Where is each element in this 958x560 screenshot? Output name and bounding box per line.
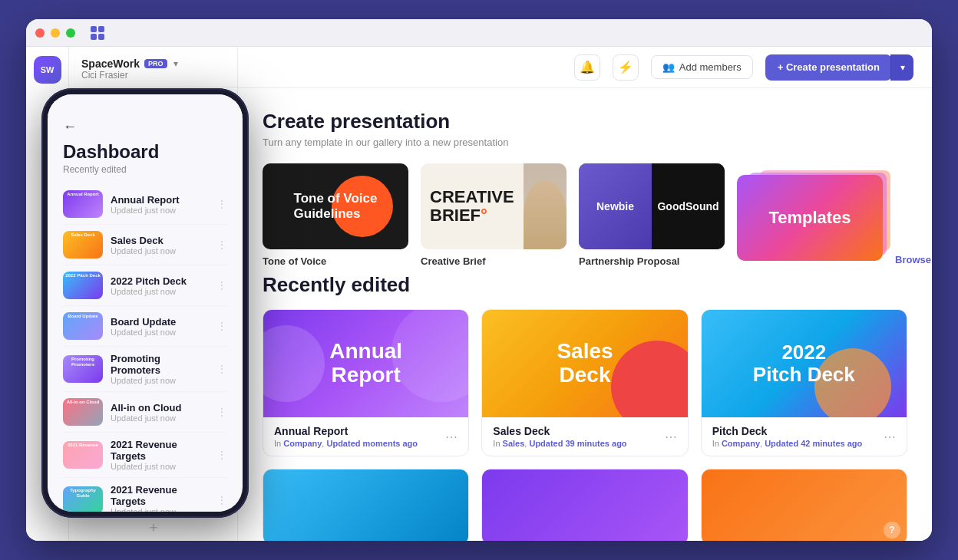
annual-report-footer: Annual Report In Company, Updated moment… (263, 417, 468, 456)
create-section-subtitle: Turn any template in our gallery into a … (263, 137, 907, 148)
annual-report-meta: In Company, Updated moments ago (274, 439, 418, 448)
create-section-title: Create presentation (263, 110, 907, 133)
add-section-button-2[interactable]: ＋ (69, 485, 237, 512)
help-icon: ? (884, 522, 900, 539)
pitch-deck-more-button[interactable]: ⋯ (884, 430, 896, 444)
pp-label: Partnership Proposal (579, 255, 725, 267)
cb-thumbnail: CREATIVEBRIEF° (421, 163, 567, 249)
people-icon: 👥 (662, 61, 675, 73)
sidebar-nav: ⊞ Dashboard (69, 87, 237, 456)
template-card-templates[interactable]: Templates (737, 175, 883, 267)
sales-deck-name: Sales Deck (493, 425, 626, 437)
sidebar-item-dashboard-label: Dashboard (105, 101, 161, 114)
templates-thumb-front: Templates (737, 175, 883, 261)
template-card-pp[interactable]: Newbie GoodSound Partnership Proposal (579, 163, 725, 267)
recent-grid: AnnualReport Annual Report In Company, U… (263, 309, 907, 456)
minimize-button[interactable] (51, 28, 60, 38)
close-button[interactable] (35, 28, 45, 38)
recent-card-pitch[interactable]: 2022Pitch Deck Pitch Deck In Company, Up… (701, 309, 907, 456)
sidebar-item-dashboard[interactable]: ⊞ Dashboard (75, 94, 231, 120)
content-area: Create presentation Turn any template in… (238, 88, 932, 541)
sales-deck-footer: Sales Deck In Sales, Updated 39 minutes … (482, 417, 687, 456)
tov-label: Tone of Voice (263, 255, 408, 267)
template-card-cb[interactable]: CREATIVEBRIEF° Creative Brief (421, 163, 567, 267)
title-bar (26, 19, 932, 47)
browse-all-link[interactable]: Browse all → (895, 254, 932, 267)
user-name: Cici Frasier (81, 70, 178, 81)
pp-thumbnail: Newbie GoodSound (579, 163, 725, 249)
app-icon (91, 26, 104, 40)
recent-card-bottom-1[interactable] (263, 469, 469, 541)
pitch-deck-meta: In Company, Updated 42 minutes ago (712, 439, 863, 448)
sidebar-main: SpaceWork PRO ▾ Cici Frasier ⊞ Dashboard… (69, 47, 238, 541)
workspace-header: SpaceWork PRO ▾ Cici Frasier (69, 47, 237, 87)
annual-report-more-button[interactable]: ⋯ (445, 430, 458, 444)
recent-bottom-row: ? (263, 469, 907, 541)
dashboard-icon: ⊞ (88, 100, 97, 114)
lightning-button[interactable]: ⚡ (613, 54, 639, 81)
add-section-button-1[interactable]: ＋ (69, 456, 237, 485)
recently-edited-section: Recently edited AnnualReport Ann (263, 273, 907, 541)
create-presentation-button[interactable]: + Create presentation (765, 54, 892, 81)
tov-text: Tone of VoiceGuidelines (285, 182, 387, 232)
sales-deck-thumbnail: SalesDeck (482, 310, 687, 417)
template-row: Tone of VoiceGuidelines Tone of Voice CR… (263, 163, 907, 267)
cb-label: Creative Brief (421, 255, 567, 267)
recent-card-annual[interactable]: AnnualReport Annual Report In Company, U… (263, 309, 469, 456)
sales-deck-meta: In Sales, Updated 39 minutes ago (493, 439, 626, 448)
sidebar-narrow: SW ＋ (26, 47, 69, 541)
pitch-deck-footer: Pitch Deck In Company, Updated 42 minute… (702, 417, 907, 456)
recent-card-bottom-3[interactable]: ? (701, 469, 907, 541)
annual-report-name: Annual Report (274, 425, 418, 437)
template-card-tov[interactable]: Tone of VoiceGuidelines Tone of Voice (263, 163, 408, 267)
add-workspace-button[interactable]: ＋ (35, 96, 60, 120)
recent-card-sales[interactable]: SalesDeck Sales Deck In Sales, Updated 3… (481, 309, 688, 456)
notification-bell-button[interactable]: 🔔 (574, 54, 600, 81)
recently-edited-title: Recently edited (263, 273, 907, 297)
add-section-button-3[interactable]: ＋ (69, 512, 237, 541)
pro-badge: PRO (144, 59, 167, 68)
create-section: Create presentation Turn any template in… (263, 110, 907, 267)
top-header: 🔔 ⚡ 👥 Add members + Create presentation … (238, 47, 932, 88)
workspace-chevron-icon[interactable]: ▾ (173, 58, 178, 69)
sales-deck-more-button[interactable]: ⋯ (665, 430, 677, 444)
pitch-deck-thumbnail: 2022Pitch Deck (702, 310, 907, 417)
workspace-avatar[interactable]: SW (34, 56, 61, 84)
create-button-dropdown[interactable]: ▾ (890, 54, 913, 81)
cb-person-image (524, 163, 567, 249)
pitch-deck-name: Pitch Deck (712, 425, 863, 437)
tov-thumbnail: Tone of VoiceGuidelines (263, 163, 408, 249)
cb-text: CREATIVEBRIEF° (421, 179, 524, 234)
annual-report-thumbnail: AnnualReport (263, 310, 468, 417)
recent-card-bottom-2[interactable] (481, 469, 688, 541)
maximize-button[interactable] (66, 28, 75, 38)
add-members-button[interactable]: 👥 Add members (651, 55, 753, 79)
workspace-name: SpaceWork (81, 58, 140, 70)
